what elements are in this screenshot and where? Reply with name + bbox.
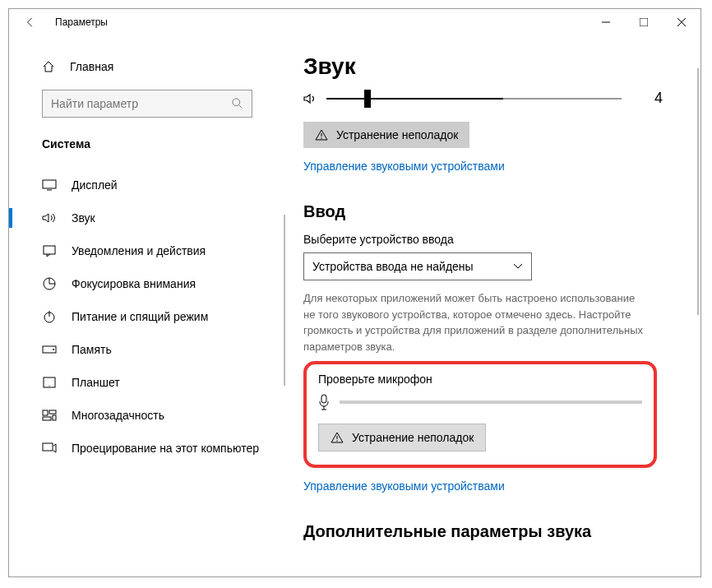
svg-rect-8 (44, 246, 55, 254)
sidebar-item-notifications[interactable]: Уведомления и действия (9, 234, 285, 267)
maximize-button[interactable] (625, 9, 663, 35)
focus-icon (42, 277, 57, 290)
home-icon (42, 60, 55, 73)
input-note: Для некоторых приложений может быть наст… (303, 290, 649, 354)
minimize-button[interactable] (587, 9, 625, 35)
microphone-icon (318, 394, 330, 410)
svg-rect-1 (640, 18, 648, 26)
sidebar-item-power[interactable]: Питание и спящий режим (9, 300, 285, 333)
sidebar-item-label: Планшет (72, 376, 120, 389)
category-label: Система (9, 137, 285, 150)
sidebar-item-focus[interactable]: Фокусировка внимания (9, 267, 285, 300)
multitask-icon (42, 410, 57, 421)
svg-point-4 (233, 99, 240, 106)
titlebar: Параметры (9, 9, 700, 35)
dropdown-value: Устройства ввода не найдены (312, 260, 474, 273)
sidebar-item-label: Звук (72, 211, 95, 225)
svg-rect-15 (43, 410, 48, 415)
button-label: Устранение неполадок (336, 128, 458, 141)
sidebar-item-storage[interactable]: Память (9, 333, 285, 366)
svg-point-24 (336, 440, 337, 441)
sidebar-item-label: Проецирование на этот компьютер (72, 442, 259, 455)
tablet-icon (42, 377, 57, 388)
power-icon (42, 310, 57, 323)
troubleshoot-input-button[interactable]: Устранение неполадок (318, 424, 486, 451)
sidebar-item-label: Многозадачность (72, 409, 164, 422)
input-heading: Ввод (303, 202, 663, 221)
sidebar-item-project[interactable]: Проецирование на этот компьютер (9, 432, 285, 465)
window-title: Параметры (55, 16, 587, 28)
main-content: Звук 4 Устранение неполадок Управление з… (285, 35, 700, 576)
page-title: Звук (303, 53, 663, 80)
svg-point-21 (321, 137, 321, 138)
mic-level-row (318, 394, 642, 410)
project-icon (42, 442, 57, 454)
svg-rect-6 (43, 180, 56, 188)
home-link[interactable]: Главная (9, 55, 285, 78)
manage-input-link[interactable]: Управление звуковыми устройствами (303, 479, 663, 493)
window-body: Главная Система Дисплей Звук (9, 35, 700, 576)
main-scrollbar[interactable] (697, 68, 699, 315)
warning-icon (315, 129, 328, 141)
mic-test-highlight: Проверьте микрофон Устранение неполадок (303, 361, 657, 468)
choose-input-label: Выберите устройство ввода (303, 233, 663, 246)
nav-list: Дисплей Звук Уведомления и действия Фоку… (9, 169, 285, 465)
sidebar-item-label: Уведомления и действия (72, 244, 206, 257)
display-icon (42, 179, 57, 191)
svg-point-12 (53, 349, 54, 350)
manage-output-link[interactable]: Управление звуковыми устройствами (303, 160, 663, 173)
sidebar-item-label: Питание и спящий режим (72, 310, 208, 323)
troubleshoot-output-button[interactable]: Устранение неполадок (303, 122, 469, 148)
close-button[interactable] (663, 9, 700, 35)
sidebar-item-label: Память (72, 343, 112, 356)
sidebar: Главная Система Дисплей Звук (9, 35, 285, 576)
mic-level-bar (340, 400, 642, 404)
warning-icon (331, 432, 344, 443)
mic-test-label: Проверьте микрофон (318, 373, 642, 386)
search-icon (232, 98, 243, 109)
speaker-icon (303, 92, 318, 105)
advanced-heading: Дополнительные параметры звука (303, 522, 663, 541)
svg-line-5 (239, 105, 243, 109)
sidebar-item-multitask[interactable]: Многозадачность (9, 399, 285, 432)
search-field[interactable] (51, 97, 232, 110)
sidebar-item-sound[interactable]: Звук (9, 201, 285, 234)
sidebar-item-tablet[interactable]: Планшет (9, 366, 285, 399)
chevron-down-icon (513, 263, 523, 270)
sidebar-item-label: Фокусировка внимания (72, 277, 196, 290)
sound-icon (42, 212, 57, 224)
svg-point-14 (49, 385, 49, 386)
svg-rect-17 (43, 417, 51, 420)
storage-icon (42, 345, 57, 354)
notify-icon (42, 245, 57, 257)
svg-rect-22 (321, 395, 326, 403)
settings-window: Параметры Главная (8, 8, 701, 577)
svg-rect-16 (49, 410, 56, 414)
volume-row: 4 (303, 90, 663, 107)
svg-rect-19 (43, 443, 53, 451)
volume-value: 4 (630, 90, 663, 107)
sidebar-item-label: Дисплей (72, 178, 118, 192)
back-button[interactable] (19, 16, 42, 28)
button-label: Устранение неполадок (352, 431, 474, 444)
svg-rect-18 (53, 415, 56, 420)
search-input[interactable] (42, 90, 252, 118)
sidebar-item-display[interactable]: Дисплей (9, 169, 285, 201)
volume-slider[interactable] (326, 98, 622, 100)
input-device-dropdown[interactable]: Устройства ввода не найдены (303, 252, 532, 280)
home-label: Главная (70, 60, 113, 73)
